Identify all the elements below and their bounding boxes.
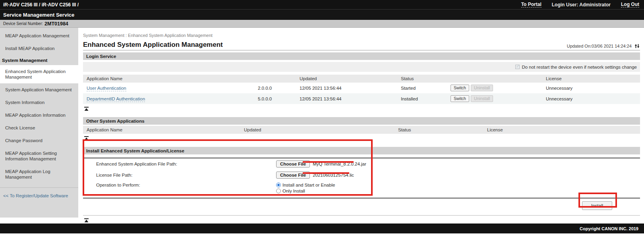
do-not-restart-checkbox[interactable]: [515, 65, 520, 69]
app-status: Started: [397, 86, 447, 91]
other-apps-section-bar: Other System Applications: [83, 117, 640, 125]
other-apps-table-header: Application Name Updated Status License: [83, 126, 640, 134]
body-row: MEAP Application Management Install MEAP…: [0, 28, 644, 218]
sidebar-item-meap-application-information[interactable]: MEAP Application Information: [0, 109, 78, 121]
install-button-row: Install: [83, 201, 640, 210]
register-update-software-link[interactable]: << To Register/Update Software: [0, 189, 78, 202]
file-path-label: Enhanced System Application File Path:: [83, 162, 276, 166]
app-license: Unnecessary: [542, 86, 640, 91]
sidebar-item-enhanced-system-application-management[interactable]: Enhanced System Application Management: [0, 65, 78, 83]
radio-install-and-start[interactable]: Install and Start or Enable: [276, 183, 335, 187]
col-application-name: Application Name: [83, 127, 240, 132]
app-version: 5.0.0.0: [254, 96, 296, 101]
device-model-title: iR-ADV C256 III / iR-ADV C256 III /: [3, 2, 79, 8]
sidebar-item-meap-log-management[interactable]: MEAP Application Log Management: [0, 165, 78, 183]
refresh-icon[interactable]: [634, 43, 640, 49]
updated-on-text: Updated On:03/06 2021 14:24:24: [567, 44, 632, 48]
license-file-name: 20210603125754.lic: [313, 173, 354, 177]
app-license: Unnecessary: [542, 96, 640, 101]
login-user-value: Administrator: [579, 2, 611, 8]
uninstall-button[interactable]: Uninstall: [471, 85, 493, 91]
sidebar-item-meap-application-management[interactable]: MEAP Application Management: [0, 29, 78, 42]
top-bar: iR-ADV C256 III / iR-ADV C256 III / To P…: [0, 0, 644, 9]
app-updated: 12/05 2021 13:56:44: [296, 86, 397, 91]
col-application-name: Application Name: [83, 76, 254, 81]
do-not-restart-label: Do not restart the device even if networ…: [522, 65, 637, 69]
col-status: Status: [397, 76, 447, 81]
sidebar-item-install-meap-application[interactable]: Install MEAP Application: [0, 42, 78, 55]
application-file-name: MyQ Terminal_8.2.0.24.jar: [313, 162, 366, 166]
col-license: License: [542, 76, 640, 81]
page: iR-ADV C256 III / iR-ADV C256 III / To P…: [0, 0, 644, 237]
app-status: Installed: [397, 96, 447, 101]
install-form-bottom-divider: [83, 198, 640, 198]
switch-button[interactable]: Switch: [451, 85, 469, 91]
other-apps-section-title: Other System Applications: [86, 119, 145, 123]
service-title: Service Management Service: [3, 12, 74, 18]
service-title-bar: Service Management Service: [0, 9, 644, 20]
sidebar-item-system-information[interactable]: System Information: [0, 96, 78, 109]
user-authentication-link[interactable]: User Authentication: [87, 86, 126, 91]
choose-file-button-license[interactable]: Choose File: [276, 171, 310, 179]
radio-only-install-label: Only Install: [282, 189, 305, 193]
license-path-label: License File Path:: [83, 173, 276, 177]
col-updated: Updated: [296, 76, 397, 81]
col-updated: Updated: [240, 127, 395, 132]
top-bar-links: To Portal Login User: Administrator Log …: [521, 2, 639, 8]
restart-checkbox-strip: Do not restart the device even if networ…: [83, 62, 640, 72]
title-divider: [83, 50, 640, 50]
scroll-to-top-icon[interactable]: [84, 106, 89, 110]
uninstall-button[interactable]: Uninstall: [471, 95, 493, 102]
install-section-bar: Install Enhanced System Application/Lice…: [83, 147, 640, 154]
login-user-text: Login User: Administrator: [552, 2, 611, 8]
main-content: System Management : Enhanced System Appl…: [78, 28, 644, 218]
content-bottom-divider: [83, 215, 640, 216]
sidebar-item-check-license[interactable]: Check License: [0, 121, 78, 134]
license-path-row: License File Path: Choose File 202106031…: [83, 170, 640, 181]
file-path-row: Enhanced System Application File Path: C…: [83, 158, 640, 170]
sidebar-section-system-management: System Management: [0, 55, 78, 65]
updated-row: Updated On:03/06 2021 14:24:24: [567, 43, 640, 49]
install-button[interactable]: Install: [582, 201, 612, 210]
operation-radio-group: Install and Start or Enable Only Install: [276, 183, 335, 193]
operation-row: Operation to Perform: Install and Start …: [83, 181, 640, 195]
sidebar-divider: [0, 187, 78, 188]
radio-install-and-start-label: Install and Start or Enable: [282, 183, 335, 187]
logout-link[interactable]: Log Out: [621, 2, 639, 8]
radio-install-and-start-control[interactable]: [276, 183, 281, 187]
sidebar-item-meap-setting-info-management[interactable]: MEAP Application Setting Information Man…: [0, 147, 78, 165]
radio-only-install[interactable]: Only Install: [276, 189, 335, 193]
col-license: License: [483, 127, 640, 132]
switch-button[interactable]: Switch: [451, 95, 469, 102]
sidebar: MEAP Application Management Install MEAP…: [0, 28, 78, 218]
table-row-user-authentication: User Authentication 2.0.0.0 12/05 2021 1…: [83, 83, 640, 93]
serial-bar: Device Serial Number: 2MT01984: [0, 20, 644, 28]
install-section-title: Install Enhanced System Application/Lice…: [86, 148, 184, 153]
title-row: Enhanced System Application Management U…: [83, 40, 640, 49]
serial-label: Device Serial Number:: [3, 21, 43, 26]
app-version: 2.0.0.0: [254, 86, 296, 91]
col-status: Status: [395, 127, 483, 132]
login-service-table-header: Application Name Updated Status License: [83, 75, 640, 83]
footer-bar: Copyright CANON INC. 2019: [0, 224, 644, 233]
departmentid-authentication-link[interactable]: DepartmentID Authentication: [87, 96, 145, 102]
sidebar-item-change-password[interactable]: Change Password: [0, 134, 78, 147]
serial-value: 2MT01984: [44, 21, 68, 27]
scroll-to-top-icon[interactable]: [84, 217, 89, 222]
login-service-section-title: Login Service: [86, 54, 116, 59]
login-service-section-bar: Login Service: [83, 52, 640, 60]
radio-only-install-control[interactable]: [276, 189, 281, 193]
to-portal-link[interactable]: To Portal: [521, 2, 542, 8]
login-user-label: Login User:: [552, 2, 578, 8]
scroll-to-top-icon[interactable]: [84, 135, 89, 140]
breadcrumb: System Management : Enhanced System Appl…: [83, 33, 640, 39]
copyright-text: Copyright CANON INC. 2019: [580, 226, 638, 231]
sidebar-item-system-application-management[interactable]: System Application Management: [0, 83, 78, 96]
app-updated: 12/05 2021 13:56:44: [296, 96, 397, 101]
choose-file-button-application[interactable]: Choose File: [276, 160, 310, 168]
table-row-departmentid-authentication: DepartmentID Authentication 5.0.0.0 12/0…: [83, 93, 640, 104]
operation-label: Operation to Perform:: [83, 183, 276, 187]
page-title: Enhanced System Application Management: [83, 40, 223, 49]
